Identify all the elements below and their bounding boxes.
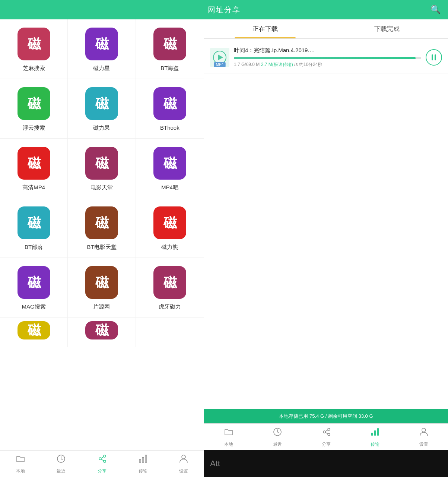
partial1-icon: 磁: [18, 321, 50, 339]
nav-recent-icon: [56, 454, 66, 467]
person-icon: [419, 427, 429, 440]
huyaci-icon: 磁: [153, 266, 186, 299]
left-panel: 磁 芝麻搜索 磁 磁力星 磁 BT海盗 磁: [0, 19, 204, 450]
bottom-row: 本地 最近 分享: [0, 450, 448, 477]
nav-transfer[interactable]: 传输: [123, 451, 163, 477]
huyaci-label: 虎牙磁力: [159, 303, 181, 310]
cilixiong-label: 磁力熊: [161, 244, 178, 251]
nav-transfer-icon: [138, 454, 148, 467]
search-icon[interactable]: 🔍: [430, 5, 441, 15]
fuyun-icon: 磁: [18, 87, 50, 120]
header: 网址分享 🔍: [0, 0, 448, 19]
grid-row-5: 磁 磁: [0, 318, 204, 347]
grid-row-0: 磁 芝麻搜索 磁 磁力星 磁 BT海盗: [0, 19, 204, 79]
tab-downloaded[interactable]: 下载完成: [326, 19, 448, 38]
bottom-right-black: Att: [204, 450, 448, 477]
pianyuan-label: 片源网: [93, 303, 110, 310]
right-bottom-nav: 本地 最近: [204, 423, 448, 450]
progress-bar-bg: [234, 57, 421, 59]
right-nav-recent[interactable]: 最近: [253, 424, 302, 450]
app-zhima[interactable]: 磁 芝麻搜索: [0, 19, 68, 79]
svg-rect-12: [139, 459, 141, 462]
app-partial-2[interactable]: 磁: [68, 318, 136, 347]
mp4bar-icon: 磁: [153, 147, 186, 180]
right-nav-settings[interactable]: 设置: [399, 424, 448, 450]
btdytt-label: BT电影天堂: [87, 244, 116, 251]
app-btdao[interactable]: 磁 BT海盗: [136, 19, 204, 79]
cilixing-icon: 磁: [85, 28, 118, 60]
pianyuan-icon: 磁: [85, 266, 118, 299]
app-cilixing[interactable]: 磁 磁力星: [68, 19, 136, 79]
svg-point-15: [182, 455, 185, 459]
bthook-label: BThook: [160, 124, 179, 131]
pause-button[interactable]: [426, 49, 442, 66]
nav-local[interactable]: 本地: [0, 451, 41, 477]
download-thumb: MP4: [210, 48, 229, 67]
app-huyaci[interactable]: 磁 虎牙磁力: [136, 258, 204, 317]
nav-share[interactable]: 分享: [82, 451, 123, 477]
right-nav-transfer[interactable]: 传输: [350, 424, 399, 450]
grid-row-2: 磁 高清MP4 磁 电影天堂 磁 MP4吧: [0, 139, 204, 198]
right-nav-local[interactable]: 本地: [204, 424, 253, 450]
zhima-label: 芝麻搜索: [23, 65, 45, 72]
tabs-header: 正在下载 下载完成: [204, 19, 448, 39]
pause-icon: [432, 54, 436, 60]
play-triangle-icon: [218, 54, 223, 60]
btbuluo-label: BT部落: [25, 244, 43, 251]
right-panel: 正在下载 下载完成 MP4 叶问4：完结篇.Ip.Man.4.2019.…: [204, 19, 448, 450]
right-nav-share-label: 分享: [322, 441, 331, 448]
nav-local-icon: [15, 454, 26, 467]
share-icon: [321, 427, 331, 440]
clock-icon: [272, 427, 283, 440]
magsearch-label: MAG搜索: [22, 303, 46, 310]
right-nav-share[interactable]: 分享: [302, 424, 350, 450]
svg-rect-13: [142, 457, 144, 462]
btdao-icon: 磁: [153, 28, 186, 60]
svg-rect-6: [377, 428, 379, 436]
zhima-icon: 磁: [18, 28, 50, 60]
app-btdytt[interactable]: 磁 BT电影天堂: [68, 198, 136, 258]
nav-settings-label: 设置: [179, 468, 188, 474]
app-partial-1[interactable]: 磁: [0, 318, 68, 347]
app-fuyun[interactable]: 磁 浮云搜索: [0, 79, 68, 138]
app-dytt[interactable]: 磁 电影天堂: [68, 139, 136, 198]
svg-rect-14: [145, 455, 147, 462]
nav-recent-label: 最近: [57, 468, 66, 474]
header-title: 网址分享: [208, 5, 241, 15]
app-mp4bar[interactable]: 磁 MP4吧: [136, 139, 204, 198]
nav-settings[interactable]: 设置: [163, 451, 204, 477]
svg-rect-5: [374, 430, 376, 436]
grid-row-4: 磁 MAG搜索 磁 片源网 磁 虎牙磁力: [0, 258, 204, 318]
download-item-0: MP4 叶问4：完结篇.Ip.Man.4.2019.… 1.7 G/69.0 M…: [204, 42, 448, 73]
nav-settings-icon: [178, 454, 189, 467]
right-nav-settings-label: 设置: [419, 441, 428, 448]
storage-bar: 本地存储已用 75.4 G / 剩余可用空间 33.0 G: [204, 409, 448, 423]
progress-bar-fill: [234, 57, 416, 59]
btdao-label: BT海盗: [161, 65, 179, 72]
app-hqmp4[interactable]: 磁 高清MP4: [0, 139, 68, 198]
partial2-icon: 磁: [85, 321, 118, 339]
app-magsearch[interactable]: 磁 MAG搜索: [0, 258, 68, 317]
app-ciliguo[interactable]: 磁 磁力果: [68, 79, 136, 138]
svg-point-7: [422, 428, 426, 432]
dytt-icon: 磁: [85, 147, 118, 180]
cilixing-label: 磁力星: [93, 65, 110, 72]
download-info: 叶问4：完结篇.Ip.Man.4.2019.… 1.7 G/69.0 M 2.7…: [234, 47, 421, 68]
magsearch-icon: 磁: [18, 266, 50, 299]
fuyun-label: 浮云搜索: [23, 124, 45, 132]
nav-transfer-label: 传输: [139, 468, 147, 474]
nav-share-label: 分享: [98, 468, 107, 474]
nav-local-label: 本地: [16, 468, 25, 474]
app-btbuluo[interactable]: 磁 BT部落: [0, 198, 68, 258]
app-cilixiong[interactable]: 磁 磁力熊: [136, 198, 204, 258]
app-partial-3: [136, 318, 204, 347]
app-pianyuan[interactable]: 磁 片源网: [68, 258, 136, 317]
right-nav-local-label: 本地: [224, 441, 233, 448]
grid-row-1: 磁 浮云搜索 磁 磁力果 磁 BThook: [0, 79, 204, 139]
transfer-icon: [370, 427, 380, 440]
app-bthook[interactable]: 磁 BThook: [136, 79, 204, 138]
btbuluo-icon: 磁: [18, 206, 50, 239]
tab-downloading[interactable]: 正在下载: [204, 19, 326, 38]
download-name: 叶问4：完结篇.Ip.Man.4.2019.…: [234, 47, 421, 54]
nav-recent[interactable]: 最近: [41, 451, 82, 477]
